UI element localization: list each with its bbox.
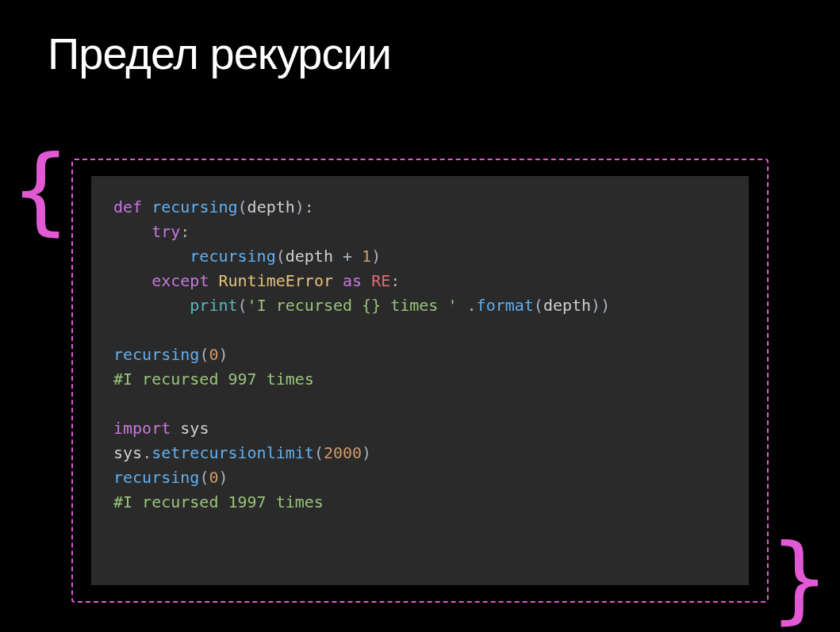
comment-1997: #I recursed 1997 times <box>113 492 324 511</box>
brace-right-icon: } <box>771 531 828 626</box>
kw-try: try <box>152 222 180 241</box>
slide-title: Предел рекурсии <box>0 0 840 79</box>
code-stage: { def recursing(depth): try: recursing(d… <box>32 159 808 603</box>
code-block: def recursing(depth): try: recursing(dep… <box>113 195 727 515</box>
comment-997: #I recursed 997 times <box>113 370 314 389</box>
code-panel: def recursing(depth): try: recursing(dep… <box>91 176 749 585</box>
fn-recursing: recursing <box>152 197 237 216</box>
kw-except: except <box>152 271 209 290</box>
brace-left-icon: { <box>12 143 69 238</box>
call-print: print <box>190 296 237 315</box>
kw-import: import <box>113 419 171 438</box>
kw-def: def <box>113 197 142 216</box>
type-runtimeerror: RuntimeError <box>218 271 333 290</box>
